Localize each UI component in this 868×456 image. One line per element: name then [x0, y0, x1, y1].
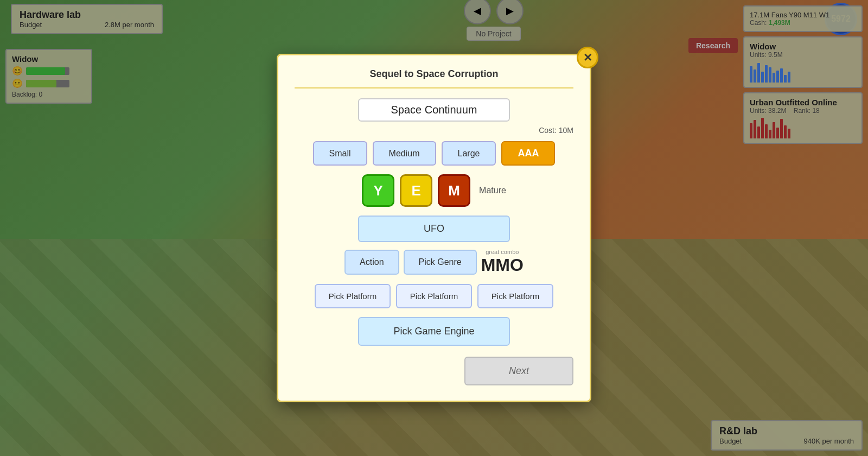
size-large-button[interactable]: Large	[442, 141, 496, 166]
size-small-button[interactable]: Small	[313, 141, 367, 166]
next-button[interactable]: Next	[464, 357, 573, 385]
genre-row: Action Pick Genre great combo MMO	[295, 249, 573, 275]
platform-button-1[interactable]: Pick Platform	[315, 284, 391, 308]
rating-row: Y E M Mature	[295, 174, 573, 207]
rating-e-button[interactable]: E	[400, 174, 432, 207]
platform-row: Pick Platform Pick Platform Pick Platfor…	[295, 284, 573, 308]
platform-button-3[interactable]: Pick Platform	[477, 284, 553, 308]
topic-row: UFO	[295, 216, 573, 242]
mature-label: Mature	[479, 186, 506, 195]
cost-label: Cost: 10M	[295, 126, 573, 135]
engine-row: Pick Game Engine	[295, 317, 573, 346]
great-combo-label: great combo	[486, 249, 519, 255]
rating-y-button[interactable]: Y	[362, 174, 394, 207]
mmo-group: great combo MMO	[481, 249, 524, 275]
new-game-dialog: ✕ Sequel to Space Corruption Cost: 10M S…	[277, 54, 591, 402]
mmo-label: MMO	[481, 255, 524, 275]
modal-overlay: ✕ Sequel to Space Corruption Cost: 10M S…	[0, 0, 868, 456]
game-name-row	[295, 98, 573, 122]
size-aaa-button[interactable]: AAA	[501, 141, 555, 166]
next-row: Next	[295, 357, 573, 385]
rating-m-button[interactable]: M	[438, 174, 470, 207]
engine-button[interactable]: Pick Game Engine	[358, 317, 510, 346]
dialog-title: Sequel to Space Corruption	[295, 68, 573, 88]
topic-button[interactable]: UFO	[358, 216, 510, 242]
pick-genre-button[interactable]: Pick Genre	[404, 250, 477, 275]
size-medium-button[interactable]: Medium	[373, 141, 436, 166]
size-row: Small Medium Large AAA	[295, 141, 573, 166]
genre-action-button[interactable]: Action	[344, 250, 399, 275]
game-name-input[interactable]	[358, 98, 510, 122]
platform-button-2[interactable]: Pick Platform	[396, 284, 472, 308]
close-button[interactable]: ✕	[577, 47, 598, 68]
